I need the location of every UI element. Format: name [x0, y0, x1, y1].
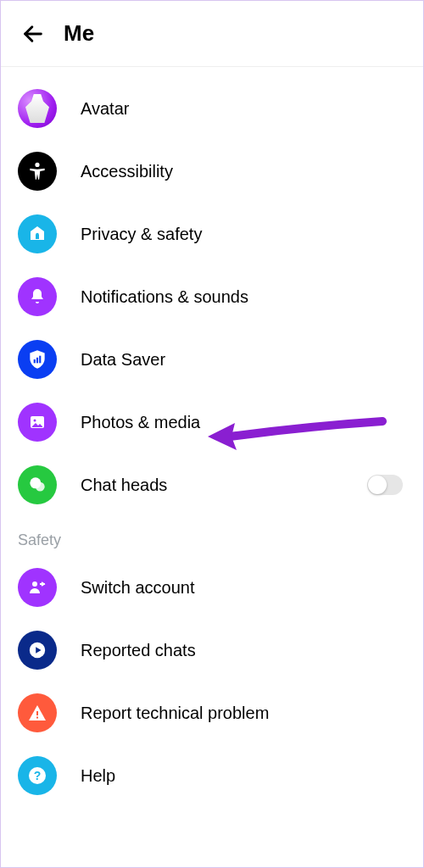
- row-label: Data Saver: [81, 350, 165, 370]
- svg-point-11: [32, 581, 37, 587]
- row-avatar[interactable]: Avatar: [1, 77, 423, 140]
- back-button[interactable]: [16, 17, 50, 51]
- toggle-knob: [368, 476, 387, 494]
- row-label: Notifications & sounds: [81, 287, 248, 307]
- help-icon: ?: [18, 756, 57, 795]
- switch-account-icon: [18, 568, 57, 607]
- row-switch-account[interactable]: Switch account: [1, 556, 423, 619]
- svg-rect-5: [36, 358, 38, 364]
- svg-point-1: [35, 163, 39, 167]
- home-lock-icon: [18, 214, 57, 253]
- row-label: Accessibility: [81, 162, 173, 181]
- warning-icon: [18, 693, 57, 732]
- header: Me: [1, 1, 423, 67]
- row-label: Privacy & safety: [81, 225, 202, 244]
- svg-rect-4: [34, 359, 36, 363]
- svg-rect-15: [36, 717, 38, 719]
- row-chat-heads[interactable]: Chat heads: [1, 453, 423, 516]
- row-label: Reported chats: [81, 641, 196, 660]
- row-reported-chats[interactable]: Reported chats: [1, 619, 423, 682]
- row-notifications[interactable]: Notifications & sounds: [1, 265, 423, 328]
- photo-icon: [18, 403, 57, 442]
- shield-bars-icon: [18, 340, 57, 379]
- row-accessibility[interactable]: Accessibility: [1, 140, 423, 203]
- row-label: Chat heads: [81, 476, 167, 495]
- section-safety: Safety: [1, 516, 423, 556]
- bell-icon: [18, 277, 57, 316]
- row-label: Switch account: [81, 578, 195, 598]
- row-label: Report technical problem: [81, 704, 269, 723]
- svg-rect-6: [39, 356, 41, 364]
- row-label: Help: [81, 766, 115, 786]
- svg-point-10: [36, 482, 45, 492]
- avatar-icon: [18, 89, 57, 128]
- chat-heads-toggle[interactable]: [367, 475, 403, 495]
- row-label: Avatar: [81, 99, 129, 119]
- row-label: Photos & media: [81, 413, 200, 432]
- flag-icon: [18, 631, 57, 670]
- row-photos-media[interactable]: Photos & media: [1, 391, 423, 453]
- settings-list: Avatar Accessibility Privacy & safety No…: [1, 67, 423, 807]
- row-help[interactable]: ? Help: [1, 744, 423, 807]
- page-title: Me: [64, 20, 94, 47]
- svg-point-3: [36, 233, 39, 236]
- accessibility-icon: [18, 152, 57, 191]
- svg-point-8: [34, 420, 36, 422]
- row-data-saver[interactable]: Data Saver: [1, 328, 423, 391]
- svg-text:?: ?: [34, 769, 42, 782]
- chat-heads-icon: [18, 465, 57, 504]
- row-privacy-safety[interactable]: Privacy & safety: [1, 203, 423, 265]
- row-report-problem[interactable]: Report technical problem: [1, 682, 423, 744]
- svg-rect-14: [36, 711, 38, 715]
- arrow-left-icon: [21, 22, 45, 46]
